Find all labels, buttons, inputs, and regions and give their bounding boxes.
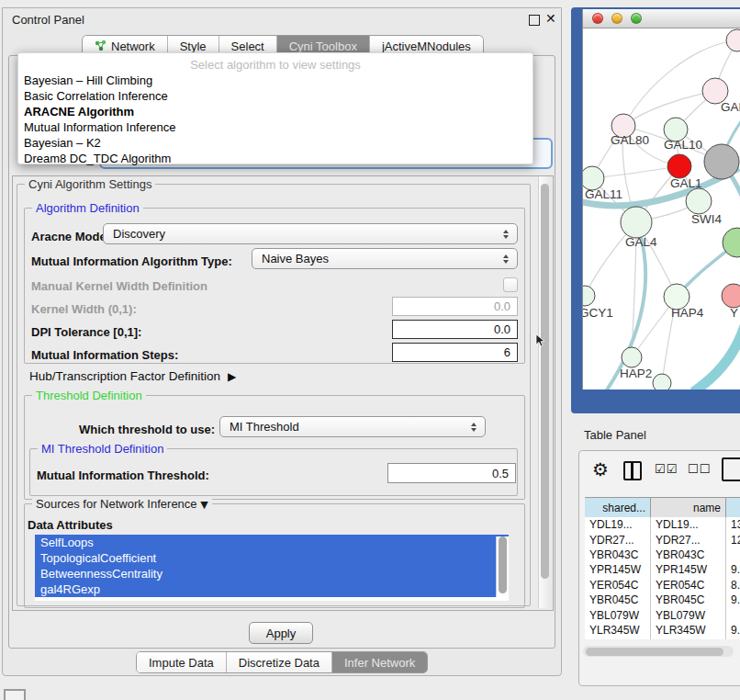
mi-steps-field[interactable]: 6	[392, 343, 518, 362]
node-GAL4[interactable]	[621, 207, 652, 238]
aracne-mode-label: Aracne Mode:	[31, 230, 110, 243]
gear-icon[interactable]: ⚙	[592, 458, 609, 480]
column-header-extra[interactable]	[726, 498, 740, 518]
collapse-arrow-icon[interactable]: ▼	[200, 499, 207, 511]
grid-panel-icon[interactable]	[4, 689, 26, 700]
node-SWI4[interactable]	[686, 188, 712, 214]
table-hscrollbar-thumb[interactable]	[586, 648, 723, 656]
table-row[interactable]: YBR043CYBR043C	[585, 548, 740, 562]
data-attributes-list: SelfLoopsTopologicalCoefficientBetweenne…	[35, 535, 509, 601]
tab-label: Style	[180, 40, 207, 53]
aracne-mode-combobox[interactable]: Discovery	[103, 223, 518, 244]
kernel-width-field[interactable]: 0.0	[392, 297, 518, 316]
hub-section-toggle[interactable]: Hub/Transcription Factor Definition▶	[29, 369, 236, 383]
table-row[interactable]: YDR27...YDR27...12	[585, 532, 740, 547]
apply-button[interactable]: Apply	[249, 622, 313, 644]
zoom-traffic-light-icon[interactable]	[631, 13, 642, 24]
unchecked-pair-icon[interactable]: ☐☐	[688, 462, 711, 476]
table-cell: YBR045C	[651, 593, 726, 607]
tab-label: Infer Network	[344, 656, 415, 670]
float-panel-icon[interactable]	[529, 15, 540, 26]
table-cell: YLR345W	[651, 623, 726, 638]
algorithm-option[interactable]: Basic Correlation Inference	[18, 88, 533, 104]
algorithm-option[interactable]: ARACNE Algorithm	[18, 104, 533, 119]
table-cell: YDR27...	[651, 532, 726, 547]
node-salmon[interactable]	[722, 284, 740, 308]
table-cell: 9.	[726, 593, 740, 607]
table-cell: YPR145W	[651, 562, 726, 577]
table-row[interactable]: YBR045CYBR045C9.	[585, 593, 740, 607]
table-cell: YLR345W	[585, 623, 651, 638]
spinner-icon	[503, 230, 509, 239]
manual-kernel-checkbox[interactable]	[503, 277, 518, 292]
columns-icon[interactable]	[623, 461, 642, 480]
tab-infer-network[interactable]: Infer Network	[332, 652, 427, 672]
table-cell: 9.	[726, 623, 740, 638]
column-header-shared...[interactable]: shared...	[585, 498, 651, 518]
table-cell: 9.	[726, 638, 740, 639]
algorithm-option[interactable]: Bayesian – Hill Climbing	[18, 73, 533, 88]
settings-scrollbar[interactable]	[538, 176, 552, 608]
node-GAL1[interactable]	[667, 154, 691, 178]
mi-algorithm-type-combobox[interactable]: Naive Bayes	[252, 248, 518, 269]
table-cell: YBL079W	[585, 607, 651, 622]
network-canvas[interactable]: GALGAL80GAL10GAL1GAL11SWI4GAL4GCY1HAP4YH…	[583, 28, 740, 390]
close-icon[interactable]: ✕	[545, 11, 556, 26]
node-HAP2[interactable]	[622, 347, 642, 367]
tab-impute-data[interactable]: Impute Data	[137, 652, 227, 672]
checked-pair-icon[interactable]: ☑☑	[655, 462, 678, 476]
attribute-item[interactable]: BetweennessCentrality	[35, 566, 509, 581]
table-cell: 8.	[726, 578, 740, 593]
node-bottom[interactable]	[653, 374, 671, 390]
node-HAP4-label: HAP4	[671, 306, 704, 320]
aracne-mode-value: Discovery	[113, 227, 165, 241]
table-row[interactable]: YPR145WYPR145W9.	[585, 562, 740, 577]
table-hscrollbar[interactable]	[583, 646, 734, 657]
table-row[interactable]: YER054CYER054C8.	[585, 578, 740, 593]
node-HAP2-label: HAP2	[620, 367, 652, 380]
dpi-tolerance-field[interactable]: 0.0	[392, 320, 518, 339]
algorithm-option[interactable]: Bayesian – K2	[18, 135, 533, 151]
network-window: GALGAL80GAL10GAL1GAL11SWI4GAL4GCY1HAP4YH…	[582, 9, 740, 390]
dropdown-placeholder: Select algorithm to view settings	[18, 58, 533, 72]
network-edge[interactable]	[592, 166, 679, 178]
algorithm-definition-legend: Algorithm Definition	[32, 201, 143, 215]
table-row[interactable]: YBL079WYBL079W	[585, 607, 740, 622]
spinner-icon	[503, 254, 509, 264]
tab-discretize-data[interactable]: Discretize Data	[227, 652, 332, 672]
mi-threshold-label: Mutual Information Threshold:	[37, 469, 209, 482]
attribute-item[interactable]: TopologicalCoefficient	[35, 550, 509, 566]
attribute-item[interactable]: SelfLoops	[35, 535, 509, 550]
mi-steps-label: Mutual Information Steps:	[31, 348, 178, 362]
table-cell: YDL19...	[585, 517, 651, 532]
tab-label: Discretize Data	[239, 656, 320, 670]
document-icon[interactable]	[722, 457, 740, 481]
minimize-traffic-light-icon[interactable]	[611, 13, 622, 24]
table-cell	[726, 548, 740, 562]
table-cell: YER054C	[651, 578, 726, 593]
settings-scroll-area: Cyni Algorithm Settings Algorithm Defini…	[12, 175, 554, 611]
mi-threshold-field[interactable]: 0.5	[387, 463, 516, 483]
table-row[interactable]: YIL052CYIL052C9.	[585, 638, 740, 639]
data-attributes-label: Data Attributes	[28, 518, 113, 532]
column-header-name[interactable]: name	[651, 498, 726, 518]
node-gray[interactable]	[704, 144, 739, 179]
table-cell: YBR043C	[651, 548, 726, 562]
node-top[interactable]	[726, 29, 740, 51]
mi-algorithm-type-label: Mutual Information Algorithm Type:	[31, 254, 232, 268]
settings-scrollbar-thumb[interactable]	[541, 184, 549, 579]
attributes-scrollbar[interactable]	[496, 536, 509, 597]
table-row[interactable]: YDL19...YDL19...13	[585, 517, 740, 532]
attributes-scrollbar-thumb[interactable]	[499, 536, 507, 593]
hub-section-label: Hub/Transcription Factor Definition	[29, 369, 220, 383]
algorithm-option[interactable]: Dream8 DC_TDC Algorithm	[18, 151, 533, 166]
table-cell: YDL19...	[651, 517, 726, 532]
node-GCY1[interactable]	[583, 286, 595, 306]
attribute-item[interactable]: gal4RGexp	[35, 581, 509, 597]
table-row[interactable]: YLR345WYLR345W9.	[585, 623, 740, 638]
which-threshold-combobox[interactable]: MI Threshold	[219, 416, 486, 437]
network-edge[interactable]	[693, 317, 740, 390]
algorithm-option[interactable]: Mutual Information Inference	[18, 119, 533, 135]
cyni-settings-legend: Cyni Algorithm Settings	[25, 177, 155, 191]
close-traffic-light-icon[interactable]	[592, 13, 603, 24]
